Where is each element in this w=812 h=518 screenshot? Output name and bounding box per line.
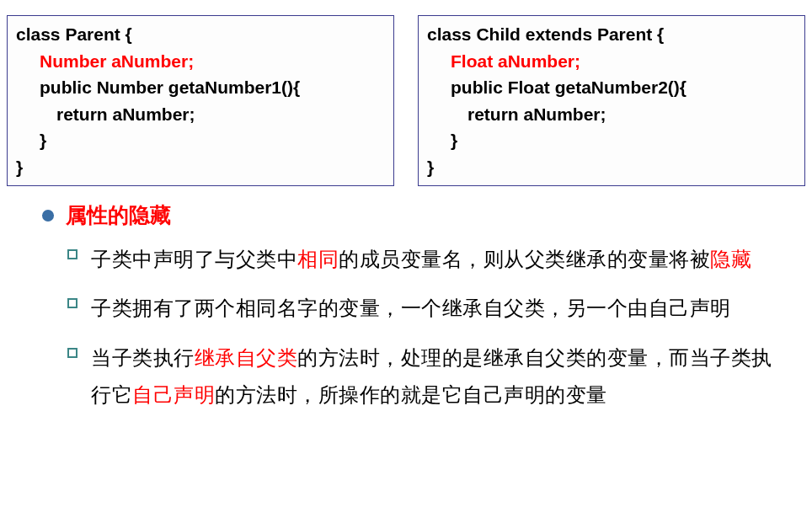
- code-row: class Parent { Number aNumber; public Nu…: [7, 15, 805, 186]
- code-box-parent: class Parent { Number aNumber; public Nu…: [7, 15, 394, 186]
- item-text: 当子类执行继承自父类的方法时，处理的是继承自父类的变量，而当子类执行它自己声明的…: [91, 339, 788, 414]
- item-text: 子类拥有了两个相同名字的变量，一个继承自父类，另一个由自己声明: [91, 290, 731, 327]
- heading-row: 属性的隐藏: [42, 201, 788, 229]
- list-item: 子类拥有了两个相同名字的变量，一个继承自父类，另一个由自己声明: [42, 290, 788, 327]
- code-line: Float aNumber;: [427, 48, 796, 75]
- square-bullet-icon: [67, 348, 77, 358]
- code-line: return aNumber;: [16, 101, 385, 128]
- square-bullet-icon: [67, 298, 77, 308]
- code-line: }: [16, 154, 385, 181]
- item-text: 子类中声明了与父类中相同的成员变量名，则从父类继承的变量将被隐藏: [91, 241, 751, 278]
- disc-bullet-icon: [42, 210, 54, 222]
- code-line: class Child extends Parent {: [427, 21, 796, 48]
- square-bullet-icon: [67, 249, 77, 259]
- list-item: 当子类执行继承自父类的方法时，处理的是继承自父类的变量，而当子类执行它自己声明的…: [42, 339, 788, 414]
- code-line: }: [427, 127, 796, 154]
- code-line: class Parent {: [16, 21, 385, 48]
- list-item: 子类中声明了与父类中相同的成员变量名，则从父类继承的变量将被隐藏: [42, 241, 788, 278]
- code-line: }: [16, 127, 385, 154]
- code-line: public Number getaNumber1(){: [16, 74, 385, 101]
- code-line: public Float getaNumber2(){: [427, 74, 796, 101]
- code-line: }: [427, 154, 796, 181]
- code-line: Number aNumber;: [16, 48, 385, 75]
- code-box-child: class Child extends Parent { Float aNumb…: [418, 15, 805, 186]
- bullet-section: 属性的隐藏 子类中声明了与父类中相同的成员变量名，则从父类继承的变量将被隐藏 子…: [7, 201, 805, 414]
- heading-text: 属性的隐藏: [66, 201, 171, 229]
- code-line: return aNumber;: [427, 101, 796, 128]
